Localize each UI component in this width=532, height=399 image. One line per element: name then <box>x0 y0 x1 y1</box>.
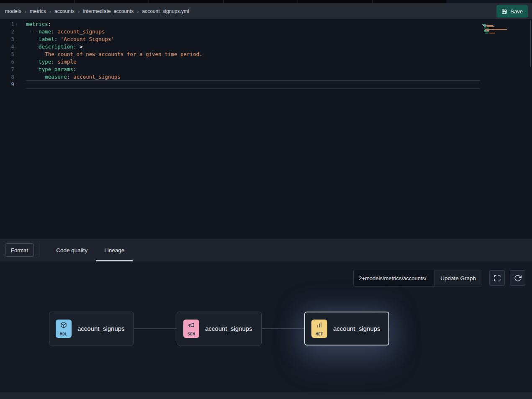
bottom-panel: Format Code qualityLineage Update Graph … <box>0 239 532 399</box>
breadcrumb: models›metrics›accounts›intermediate_acc… <box>5 8 189 14</box>
minimap-line <box>482 23 508 24</box>
panel-tab-list: Code qualityLineage <box>48 239 133 261</box>
chevron-right-icon: › <box>78 9 80 14</box>
tab-code-quality[interactable]: Code quality <box>48 239 96 261</box>
format-button[interactable]: Format <box>5 243 34 257</box>
editor-line[interactable]: 4 description: > <box>0 43 532 51</box>
editor-line[interactable]: 7 type_params: <box>0 66 532 73</box>
status-strip <box>0 392 532 399</box>
lineage-edge <box>262 328 304 329</box>
save-button-label: Save <box>510 8 523 15</box>
minimap-line <box>482 21 508 22</box>
scrollbar-thumb[interactable] <box>530 20 531 67</box>
minimap-line <box>482 26 508 27</box>
save-icon <box>501 8 507 14</box>
file-tab-strip-segment <box>447 0 532 3</box>
editor-lines: 1metrics:2 - name: account_signups3 labe… <box>0 20 532 88</box>
breadcrumb-item[interactable]: account_signups.yml <box>142 8 189 14</box>
code-line-text: The count of new accounts for a given ti… <box>26 51 202 58</box>
editor-line[interactable]: 3 label: 'Account Signups' <box>0 36 532 43</box>
editor-scrollbar[interactable] <box>529 19 532 239</box>
chevron-right-icon: › <box>49 9 51 14</box>
node-type-badge: SEM <box>183 320 199 338</box>
bottom-panel-tabs: Format Code qualityLineage <box>0 239 532 261</box>
code-line-text: measure: account_signups <box>26 73 121 81</box>
breadcrumb-bar: models›metrics›accounts›intermediate_acc… <box>0 3 532 19</box>
lineage-edge <box>134 328 177 329</box>
editor-line[interactable]: 6 type: simple <box>0 58 532 66</box>
line-number: 1 <box>0 20 14 28</box>
node-label: account_signups <box>77 325 125 332</box>
file-tab-strip <box>0 0 532 3</box>
minimap-line <box>482 27 508 28</box>
fullscreen-icon <box>493 274 501 282</box>
lineage-node-met[interactable]: METaccount_signups <box>304 312 389 345</box>
code-line-text: label: 'Account Signups' <box>26 36 114 43</box>
refresh-icon <box>514 274 522 282</box>
bar-chart-icon <box>316 322 323 328</box>
lineage-panel: Update Graph MDLaccount_signupsSEMaccoun… <box>0 261 532 392</box>
line-number: 5 <box>0 51 14 58</box>
line-number: 2 <box>0 28 14 36</box>
editor-line[interactable]: 1metrics: <box>0 20 532 28</box>
minimap-line <box>482 25 508 26</box>
node-selector-input[interactable] <box>353 270 434 286</box>
minimap-line <box>482 22 508 23</box>
editor-line[interactable]: 5 The count of new accounts for a given … <box>0 51 532 58</box>
chevron-right-icon: › <box>25 9 26 14</box>
minimap[interactable] <box>482 21 508 32</box>
code-line-text: metrics: <box>26 20 51 28</box>
line-number: 7 <box>0 66 14 73</box>
chevron-right-icon: › <box>137 9 139 14</box>
code-line-text: - name: account_signups <box>26 28 105 36</box>
tabrow-divider <box>40 243 40 257</box>
code-line-text <box>26 81 480 88</box>
editor-line[interactable]: 2 - name: account_signups <box>0 28 532 36</box>
breadcrumb-item[interactable]: intermediate_accounts <box>83 8 134 14</box>
code-line-text: description: > <box>26 43 83 51</box>
node-type-badge: MDL <box>56 320 72 338</box>
code-line-text: type_params: <box>26 66 76 73</box>
node-label: account_signups <box>205 325 252 332</box>
editor-line[interactable]: 8 measure: account_signups <box>0 73 532 81</box>
breadcrumb-item[interactable]: accounts <box>54 8 75 14</box>
lineage-node-sem[interactable]: SEMaccount_signups <box>177 312 262 345</box>
minimap-line <box>482 30 508 31</box>
node-type-badge: MET <box>311 320 327 338</box>
line-number: 3 <box>0 36 14 43</box>
megaphone-icon <box>188 322 195 328</box>
fullscreen-button[interactable] <box>489 270 505 286</box>
update-graph-button[interactable]: Update Graph <box>434 270 482 286</box>
node-label: account_signups <box>333 325 380 332</box>
lineage-node-mdl[interactable]: MDLaccount_signups <box>49 312 134 345</box>
line-number: 9 <box>0 81 14 88</box>
node-type-label: MDL <box>60 332 67 336</box>
node-type-label: SEM <box>188 332 195 336</box>
save-button[interactable]: Save <box>496 5 528 18</box>
refresh-button[interactable] <box>510 270 525 286</box>
graph-selector-group: Update Graph <box>353 270 482 286</box>
code-line-text: type: simple <box>26 58 76 66</box>
breadcrumb-item[interactable]: metrics <box>30 8 46 14</box>
line-number: 6 <box>0 58 14 66</box>
cube-icon <box>60 322 67 328</box>
node-type-label: MET <box>316 332 323 336</box>
breadcrumb-item[interactable]: models <box>5 8 21 14</box>
line-number: 8 <box>0 73 14 81</box>
code-editor[interactable]: 1metrics:2 - name: account_signups3 labe… <box>0 19 532 239</box>
editor-line[interactable]: 9 <box>0 81 532 88</box>
line-number: 4 <box>0 43 14 51</box>
tab-lineage[interactable]: Lineage <box>96 239 133 261</box>
